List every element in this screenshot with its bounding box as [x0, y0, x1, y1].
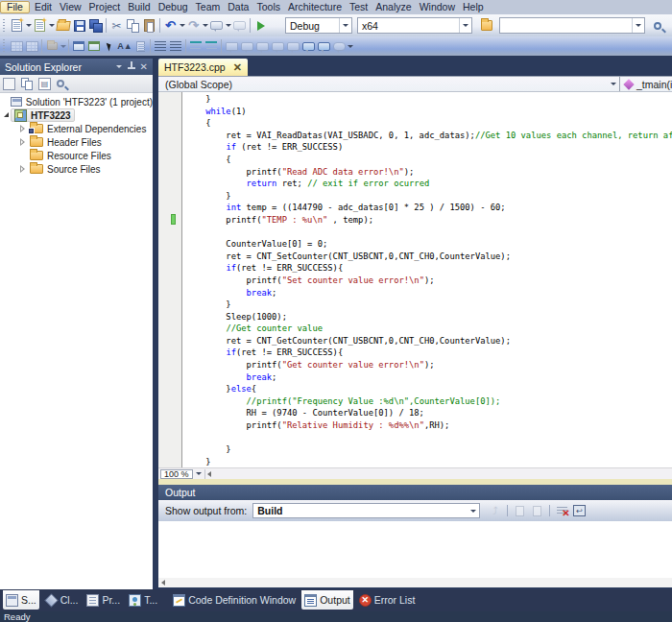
increase-indent-button[interactable] — [168, 39, 183, 54]
solution-explorer-titlebar[interactable]: Solution Explorer ✕ — [0, 59, 153, 75]
tree-row-external-dependencies[interactable]: External Dependencies — [0, 122, 153, 135]
code-line-6[interactable]: { — [185, 154, 672, 166]
pin-icon[interactable] — [128, 61, 135, 72]
copy-button[interactable] — [125, 17, 141, 34]
code-line-12[interactable] — [185, 227, 672, 239]
member-list-button[interactable] — [71, 39, 86, 54]
code-line-8[interactable]: return ret; // exit if error ocurred — [185, 178, 672, 190]
paste-button[interactable] — [141, 17, 157, 34]
new-project-dropdown[interactable] — [25, 17, 32, 34]
toolbar2-grip[interactable] — [2, 39, 7, 53]
tree-row-project[interactable]: HTF3223 — [0, 108, 153, 122]
menu-project[interactable]: Project — [86, 1, 124, 13]
menu-build[interactable]: Build — [125, 1, 153, 13]
bottom-tab-cl-[interactable]: Cl... — [42, 590, 82, 610]
toggle-word-wrap-button[interactable]: ↩ — [572, 504, 587, 518]
save-button[interactable] — [71, 17, 87, 34]
bottom-tab-s-[interactable]: S... — [3, 590, 39, 610]
start-debugging-button[interactable] — [252, 17, 269, 34]
bookmark-next-button[interactable] — [254, 39, 270, 54]
view-class-diagram-button[interactable] — [57, 80, 64, 87]
code-line-14[interactable]: ret = CNT_SetCounter(CNT_USBCNT,0,CNT_CH… — [185, 251, 672, 263]
toolbar-grip[interactable] — [2, 19, 7, 33]
parameter-info-button[interactable] — [86, 39, 102, 54]
menu-window[interactable]: Window — [417, 1, 458, 13]
bookmark-next-folder-button[interactable] — [285, 39, 300, 54]
menu-file[interactable]: File — [0, 1, 30, 13]
window-position-icon[interactable] — [116, 65, 122, 68]
code-line-11[interactable]: printf("TEMP : %u\n" , temp); — [185, 214, 672, 227]
bottom-tab-code-definition-window[interactable]: Code Definition Window — [170, 590, 299, 610]
bookmark-prev-folder-button[interactable] — [270, 39, 285, 54]
menu-help[interactable]: Help — [460, 1, 487, 13]
bottom-tab-error-list[interactable]: ✕Error List — [356, 590, 419, 610]
code-line-27[interactable]: RH = (9740 - CounterValue[0]) / 18; — [185, 407, 672, 419]
navigate-backward-dropdown[interactable] — [225, 17, 231, 34]
code-line-9[interactable]: } — [185, 190, 672, 203]
find-in-files-button[interactable] — [649, 17, 665, 34]
cut-button[interactable]: ✂ — [108, 17, 125, 34]
code-line-7[interactable]: printf("Read ADC data error!\n"); — [185, 166, 672, 179]
database-events-dropdown[interactable] — [60, 38, 66, 55]
schema-compare-button[interactable] — [9, 39, 24, 54]
hscroll-left-arrow[interactable] — [207, 471, 211, 477]
tree-row-resource-files[interactable]: Resource Files — [0, 149, 153, 162]
code-line-4[interactable]: ret = VAI_ReadDatas(VAI_USBADC, 0, 1, ad… — [185, 130, 672, 142]
code-line-24[interactable]: break; — [185, 371, 672, 384]
properties-button[interactable] — [3, 78, 15, 90]
code-line-17[interactable]: break; — [185, 287, 672, 299]
clear-bookmarks-button[interactable] — [331, 39, 347, 54]
menu-test[interactable]: Test — [347, 1, 371, 13]
data-compare-button[interactable] — [24, 39, 39, 54]
word-completion-button[interactable]: A▲ — [117, 39, 132, 54]
database-events-button[interactable] — [44, 39, 60, 54]
decrease-indent-button[interactable] — [153, 39, 168, 54]
attach-to-process-button[interactable] — [478, 17, 494, 34]
menu-architecture[interactable]: Architecture — [285, 1, 345, 13]
output-titlebar[interactable]: Output — [158, 485, 672, 500]
folder-expander[interactable] — [18, 138, 27, 147]
code-line-19[interactable]: Sleep(1000); — [185, 311, 672, 323]
code-line-5[interactable]: if (ret != ERR_SUCCESS) — [185, 141, 672, 154]
menu-data[interactable]: Data — [225, 1, 252, 13]
code-line-16[interactable]: printf("Set counter value error!\n"); — [185, 275, 672, 287]
menu-analyze[interactable]: Analyze — [372, 1, 414, 13]
toolbar2-overflow[interactable] — [347, 38, 353, 55]
output-scrollbar[interactable] — [158, 578, 672, 587]
bookmark-next-doc-button[interactable] — [316, 39, 331, 54]
code-line-15[interactable]: if(ret != ERR_SUCCESS){ — [185, 262, 672, 275]
close-icon[interactable]: ✕ — [140, 62, 148, 72]
redo-button[interactable]: ↷ — [185, 17, 202, 34]
tree-row-header-files[interactable]: Header Files — [0, 135, 153, 149]
document-tab[interactable]: HTF3223.cpp ✕ — [158, 59, 248, 76]
code-line-1[interactable]: } — [185, 93, 672, 106]
new-project-button[interactable] — [9, 17, 25, 34]
quick-info-button[interactable] — [102, 39, 117, 54]
code-line-22[interactable]: if(ret != ERR_SUCCESS){ — [185, 347, 672, 359]
open-file-button[interactable] — [55, 17, 71, 34]
display-quick-info-button[interactable] — [132, 39, 148, 54]
bottom-tab-pr-[interactable]: Pr... — [84, 590, 123, 610]
code-line-21[interactable]: ret = CNT_GetCounter(CNT_USBCNT,0,CNT_CH… — [185, 335, 672, 347]
menu-view[interactable]: View — [57, 1, 84, 13]
navigate-forward-button[interactable] — [231, 17, 248, 34]
output-content[interactable] — [158, 521, 672, 578]
code-line-30[interactable]: } — [185, 443, 672, 456]
add-item-dropdown[interactable] — [48, 17, 55, 34]
code-line-18[interactable]: } — [185, 299, 672, 311]
solution-configuration-combo[interactable]: Debug — [285, 17, 352, 34]
add-item-button[interactable] — [32, 17, 48, 34]
solution-platform-combo[interactable]: x64 — [357, 17, 472, 34]
code-line-13[interactable]: CounterValue[0] = 0; — [185, 238, 672, 251]
bottom-tab-output[interactable]: Output — [301, 590, 353, 610]
comment-button[interactable] — [188, 39, 204, 54]
menu-debug[interactable]: Debug — [156, 1, 191, 13]
code-editor[interactable]: } while(1) { ret = VAI_ReadDatas(VAI_USB… — [158, 92, 672, 467]
tab-close-icon[interactable]: ✕ — [233, 62, 242, 73]
project-expander[interactable] — [2, 111, 11, 120]
code-line-29[interactable] — [185, 432, 672, 444]
bookmark-toggle-button[interactable] — [224, 39, 239, 54]
code-line-28[interactable]: printf("Relative Humidity : %d%%\n",RH); — [185, 419, 672, 432]
folder-expander[interactable] — [18, 125, 27, 133]
code-line-20[interactable]: //Get counter value — [185, 323, 672, 335]
